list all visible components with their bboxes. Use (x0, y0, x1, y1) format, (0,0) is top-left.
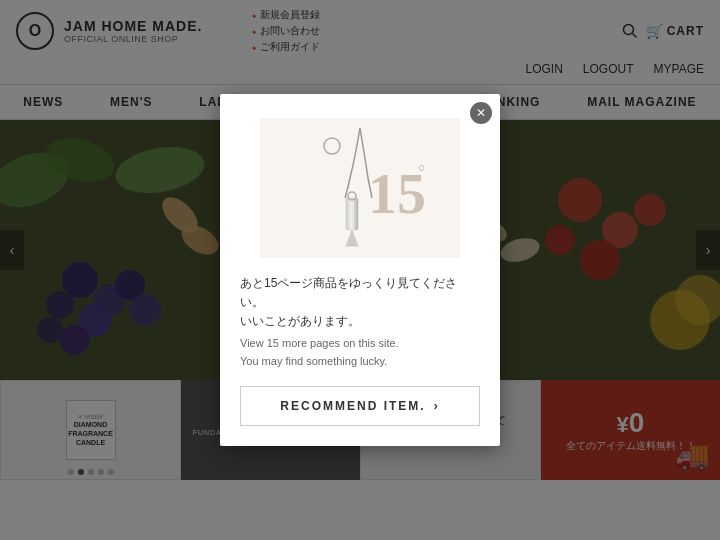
svg-text:°: ° (418, 162, 425, 182)
popup-text-en: View 15 more pages on this site.You may … (240, 335, 480, 370)
popup-text-jp: あと15ページ商品をゆっくり見てください。いいことがあります。 (240, 274, 480, 332)
popup-body: あと15ページ商品をゆっくり見てください。いいことがあります。 View 15 … (240, 274, 480, 371)
popup: ✕ 15 ° (220, 94, 500, 447)
recommend-label: RECOMMEND ITEM. (280, 399, 425, 413)
svg-rect-32 (260, 118, 460, 258)
popup-overlay[interactable]: ✕ 15 ° (0, 0, 720, 540)
svg-rect-34 (346, 198, 358, 230)
popup-image: 15 ° (240, 118, 480, 258)
popup-close-button[interactable]: ✕ (470, 102, 492, 124)
recommend-button[interactable]: RECOMMEND ITEM. › (240, 386, 480, 426)
recommend-arrow: › (434, 399, 440, 413)
